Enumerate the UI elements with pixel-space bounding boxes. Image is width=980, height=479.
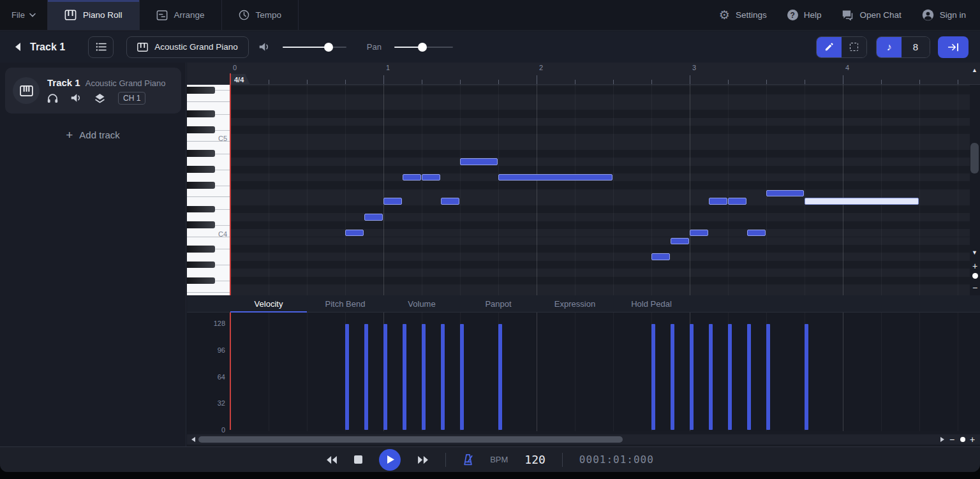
midi-note[interactable] — [651, 253, 670, 260]
velocity-bar[interactable] — [805, 324, 808, 430]
mute-icon[interactable] — [71, 93, 82, 103]
midi-note[interactable] — [403, 174, 421, 181]
time-signature-chip[interactable]: 4/4 — [230, 74, 250, 85]
pencil-tool-button[interactable] — [817, 37, 842, 57]
measure-ruler[interactable]: 4/4 01234 — [187, 63, 980, 85]
beat-line — [460, 85, 461, 295]
velocity-bar[interactable] — [460, 324, 464, 430]
quantize-value[interactable]: 8 — [902, 37, 930, 57]
midi-note[interactable] — [728, 198, 746, 204]
velocity-bar[interactable] — [671, 324, 674, 430]
track-list-item[interactable]: Track 1Acoustic Grand Piano CH 1 — [5, 68, 181, 114]
piano-key-black[interactable] — [187, 182, 215, 189]
tab-volume[interactable]: Volume — [383, 295, 460, 312]
rewind-button[interactable] — [326, 455, 338, 464]
track-list-button[interactable] — [88, 36, 114, 58]
pan-slider-thumb[interactable] — [418, 43, 427, 52]
piano-key-black[interactable] — [187, 87, 215, 94]
playhead[interactable] — [230, 73, 231, 295]
piano-key-black[interactable] — [187, 206, 215, 213]
piano-key-black[interactable] — [187, 262, 215, 269]
midi-note[interactable] — [364, 214, 383, 220]
velocity-bar[interactable] — [364, 324, 368, 430]
piano-key-black[interactable] — [187, 126, 215, 133]
scroll-left-icon[interactable] — [191, 437, 195, 442]
midi-note[interactable] — [345, 230, 364, 236]
note-grid[interactable] — [230, 85, 970, 295]
instrument-button[interactable]: Acoustic Grand Piano — [126, 36, 249, 58]
piano-key-black[interactable] — [187, 166, 215, 173]
midi-note[interactable] — [383, 198, 402, 204]
midi-note[interactable] — [422, 174, 440, 181]
tab-hold-pedal[interactable]: Hold Pedal — [613, 295, 690, 312]
tab-velocity[interactable]: Velocity — [230, 295, 307, 312]
scroll-up-icon[interactable]: ▲ — [972, 68, 977, 73]
scroll-right-icon[interactable] — [940, 437, 944, 442]
help-button[interactable]: ? Help — [787, 10, 822, 20]
horizontal-scroll-thumb[interactable] — [198, 436, 623, 443]
scroll-down-icon[interactable]: ▼ — [972, 250, 977, 256]
play-button[interactable] — [379, 449, 401, 471]
midi-note[interactable] — [671, 238, 689, 244]
sign-in-button[interactable]: Sign in — [922, 9, 966, 21]
settings-button[interactable]: ⚙ Settings — [719, 9, 767, 21]
quantize-note-button[interactable]: ♪ — [877, 37, 902, 57]
selection-tool-button[interactable] — [842, 37, 866, 57]
midi-note[interactable] — [441, 198, 459, 204]
autoscroll-button[interactable] — [938, 36, 969, 58]
midi-note[interactable] — [766, 190, 804, 196]
back-button[interactable] — [14, 42, 21, 52]
zoom-out-vertical-button[interactable]: − — [971, 283, 979, 292]
velocity-bar[interactable] — [403, 324, 406, 430]
zoom-in-horizontal-button[interactable]: + — [970, 435, 975, 444]
layers-icon[interactable] — [94, 93, 105, 103]
midi-note[interactable] — [498, 174, 612, 181]
piano-key-black[interactable] — [187, 221, 215, 228]
midi-note-selected[interactable] — [805, 198, 919, 204]
piano-key-black[interactable] — [187, 110, 215, 117]
velocity-bar[interactable] — [383, 324, 387, 430]
zoom-reset-horizontal-button[interactable] — [960, 437, 965, 442]
zoom-reset-vertical-button[interactable] — [972, 273, 978, 279]
file-menu[interactable]: File — [0, 0, 48, 30]
velocity-bar[interactable] — [422, 324, 426, 430]
zoom-out-horizontal-button[interactable]: − — [949, 435, 954, 444]
velocity-bar[interactable] — [345, 324, 349, 430]
velocity-bar[interactable] — [747, 324, 751, 430]
piano-key-black[interactable] — [187, 150, 215, 157]
velocity-bar[interactable] — [690, 324, 694, 430]
velocity-bar[interactable] — [728, 324, 732, 430]
piano-keyboard[interactable]: C5C4 — [187, 85, 230, 295]
midi-note[interactable] — [747, 230, 766, 236]
velocity-bar[interactable] — [498, 324, 502, 430]
tab-pitch-bend[interactable]: Pitch Bend — [307, 295, 383, 312]
tab-arrange[interactable]: Arrange — [140, 0, 222, 30]
piano-key-black[interactable] — [187, 246, 215, 253]
midi-note[interactable] — [460, 158, 498, 165]
tab-piano-roll[interactable]: Piano Roll — [48, 0, 140, 30]
midi-note[interactable] — [690, 230, 708, 236]
metronome-button[interactable] — [463, 454, 473, 466]
tab-expression[interactable]: Expression — [537, 295, 613, 312]
vertical-scroll-thumb[interactable] — [970, 143, 979, 173]
fast-forward-button[interactable] — [417, 455, 429, 464]
stop-button[interactable] — [354, 455, 362, 464]
headphones-icon[interactable] — [47, 93, 58, 103]
velocity-plot[interactable] — [230, 313, 980, 431]
velocity-bar[interactable] — [709, 324, 713, 430]
channel-badge[interactable]: CH 1 — [118, 92, 145, 105]
midi-note[interactable] — [709, 198, 727, 204]
velocity-bar[interactable] — [766, 324, 770, 430]
pan-slider[interactable] — [394, 43, 453, 52]
velocity-bar[interactable] — [441, 324, 445, 430]
tab-panpot[interactable]: Panpot — [460, 295, 537, 312]
tab-tempo[interactable]: Tempo — [222, 0, 299, 30]
bpm-value[interactable]: 120 — [524, 453, 546, 466]
add-track-button[interactable]: + Add track — [0, 124, 186, 145]
zoom-in-vertical-button[interactable]: + — [971, 262, 979, 270]
piano-key-black[interactable] — [187, 277, 215, 284]
open-chat-button[interactable]: Open Chat — [842, 10, 901, 20]
volume-slider-thumb[interactable] — [324, 43, 333, 52]
velocity-bar[interactable] — [651, 324, 655, 430]
volume-slider[interactable] — [283, 43, 346, 52]
